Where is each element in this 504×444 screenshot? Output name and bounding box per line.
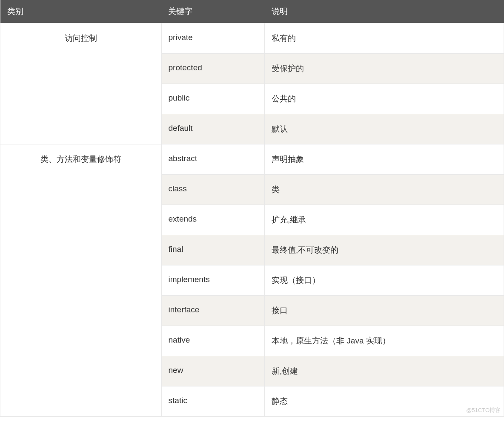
header-keyword: 关键字 (161, 0, 265, 23)
keyword-cell: static (161, 386, 265, 417)
table-header-row: 类别 关键字 说明 (0, 0, 504, 23)
description-cell: 受保护的 (265, 54, 504, 84)
header-description: 说明 (265, 0, 504, 23)
table-body: 访问控制 private 私有的 protected 受保护的 public 公… (0, 23, 504, 417)
keywords-table: 类别 关键字 说明 访问控制 private 私有的 protected 受保护… (0, 0, 504, 417)
keyword-cell: new (161, 356, 265, 386)
table-row: 类、方法和变量修饰符 abstract 声明抽象 (0, 144, 504, 175)
description-cell: 声明抽象 (265, 144, 504, 175)
description-cell: 新,创建 (265, 356, 504, 386)
category-cell: 类、方法和变量修饰符 (0, 144, 162, 417)
description-cell: 实现（接口） (265, 265, 504, 296)
description-cell: 私有的 (265, 23, 504, 54)
keyword-cell: protected (161, 54, 265, 84)
description-cell: 最终值,不可改变的 (265, 235, 504, 265)
description-cell: 公共的 (265, 84, 504, 114)
keyword-cell: class (161, 175, 265, 205)
keyword-cell: default (161, 114, 265, 144)
keyword-cell: implements (161, 265, 265, 296)
description-cell: 本地，原生方法（非 Java 实现） (265, 326, 504, 356)
description-cell: 类 (265, 175, 504, 205)
description-cell: 接口 (265, 296, 504, 326)
keyword-cell: private (161, 23, 265, 54)
description-cell: 扩充,继承 (265, 205, 504, 235)
category-cell: 访问控制 (0, 23, 162, 144)
keyword-cell: public (161, 84, 265, 114)
header-category: 类别 (0, 0, 162, 23)
keyword-cell: interface (161, 296, 265, 326)
watermark-text: @51CTO博客 (466, 407, 501, 414)
keyword-cell: extends (161, 205, 265, 235)
keyword-cell: final (161, 235, 265, 265)
keyword-cell: abstract (161, 144, 265, 175)
table-row: 访问控制 private 私有的 (0, 23, 504, 54)
keyword-cell: native (161, 326, 265, 356)
description-cell: 默认 (265, 114, 504, 144)
